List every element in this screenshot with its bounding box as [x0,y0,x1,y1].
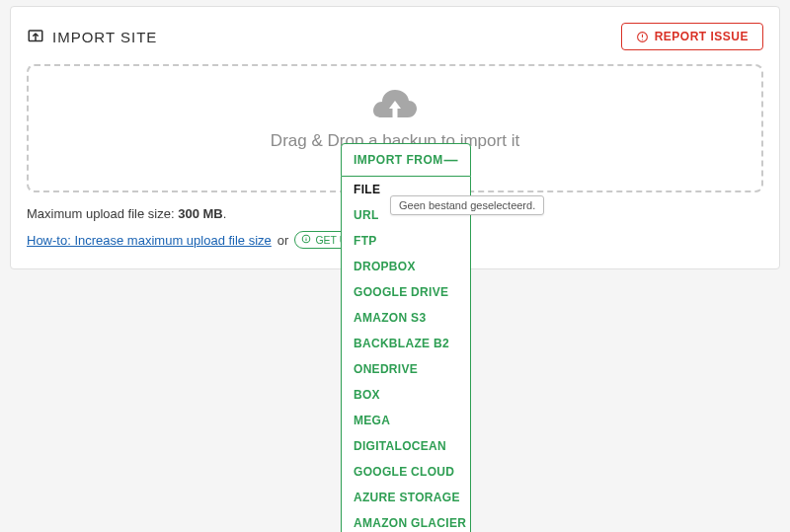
report-issue-label: REPORT ISSUE [655,30,749,43]
import-from-label: IMPORT FROM [354,153,443,167]
import-icon [27,28,44,45]
import-from-option[interactable]: GOOGLE CLOUD [342,459,470,485]
max-upload-size: 300 MB [178,206,223,221]
import-from-option[interactable]: AMAZON S3 [342,305,470,331]
import-from-option[interactable]: AZURE STORAGE [342,485,470,510]
import-from-list: FILEURLFTPDROPBOXGOOGLE DRIVEAMAZON S3BA… [341,177,471,532]
svg-point-3 [642,38,643,39]
or-text: or [277,233,289,248]
title-wrap: IMPORT SITE [27,28,157,45]
file-tooltip: Geen bestand geselecteerd. [390,195,544,215]
import-from-option[interactable]: AMAZON GLACIER [342,510,470,532]
import-from-toggle[interactable]: IMPORT FROM — [341,143,471,177]
import-from-option[interactable]: MEGA [342,408,470,433]
collapse-icon: — [444,155,459,165]
report-issue-button[interactable]: REPORT ISSUE [621,23,763,50]
howto-link[interactable]: How-to: Increase maximum upload file siz… [27,233,272,248]
cloud-upload-icon [39,88,751,125]
import-from-option[interactable]: BOX [342,382,470,408]
import-from-option[interactable]: GOOGLE DRIVE [342,279,470,305]
import-from-option[interactable]: ONEDRIVE [342,356,470,382]
info-icon [301,234,311,246]
import-from-option[interactable]: BACKBLAZE B2 [342,331,470,356]
import-from-option[interactable]: DIGITALOCEAN [342,433,470,459]
card-header: IMPORT SITE REPORT ISSUE [27,23,763,50]
svg-point-6 [306,237,307,238]
import-from-option[interactable]: FTP [342,228,470,254]
warning-icon [636,31,649,43]
max-upload-prefix: Maximum upload file size: [27,206,178,221]
page-title: IMPORT SITE [52,29,157,45]
max-upload-suffix: . [223,206,227,221]
import-from-option[interactable]: DROPBOX [342,254,470,279]
